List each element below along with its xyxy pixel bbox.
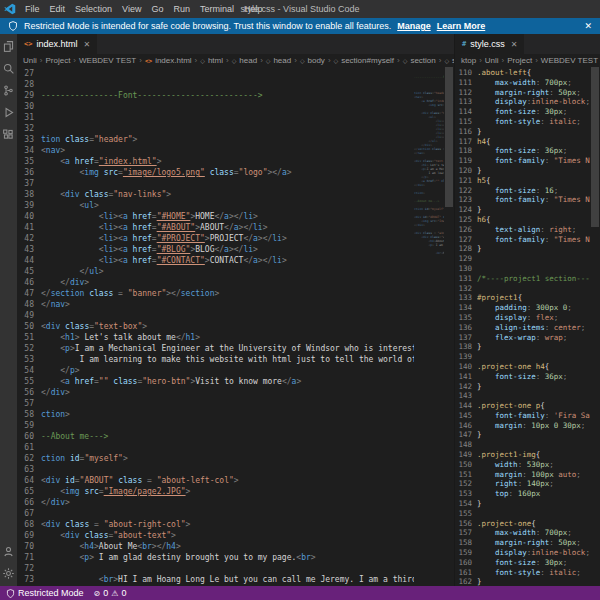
code-line-134[interactable]: 134 padding: 300px 0; <box>455 303 590 313</box>
menu-view[interactable]: View <box>117 4 146 14</box>
code-line-111[interactable]: 111 max-width: 700px; <box>455 78 590 88</box>
code-line-40[interactable]: 40 <li><a href="#HOME">HOME</a></li> <box>17 211 414 222</box>
code-line-153[interactable]: 153 top: 160px <box>455 489 590 499</box>
close-icon[interactable]: ✕ <box>511 40 518 49</box>
code-line-116[interactable]: 116} <box>455 127 590 137</box>
code-line-71[interactable]: 71 <p> I am glad destiny brought you to … <box>17 552 414 563</box>
code-line-144[interactable]: 144.project-one p{ <box>455 401 590 411</box>
code-line-27[interactable]: 27 <box>17 68 414 79</box>
status-problems[interactable]: ⊘ 0 ⚠ 0 <box>94 588 127 598</box>
code-line-126[interactable]: 126 text-align: right; <box>455 225 590 235</box>
code-line-119[interactable]: 119 font-family: "Times New Roman <box>455 156 590 166</box>
code-line-64[interactable]: 64<div id="ABOUT" class = "about-left-co… <box>17 475 414 486</box>
breadcrumb-item[interactable]: Unli <box>485 56 499 65</box>
code-line-141[interactable]: 141 font-size: 36px; <box>455 372 590 382</box>
code-line-39[interactable]: 39 <ul> <box>17 200 414 211</box>
code-line-113[interactable]: 113 display:inline-block; <box>455 97 590 107</box>
account-icon[interactable] <box>2 545 15 558</box>
editor-style-css[interactable]: 110.about-left{111 max-width: 700px;112 … <box>455 67 600 586</box>
code-line-151[interactable]: 151 margin: 100px auto; <box>455 470 590 480</box>
code-line-154[interactable]: 154} <box>455 499 590 509</box>
code-line-131[interactable]: 131/*----project1 section-----*/ <box>455 274 590 284</box>
code-line-114[interactable]: 114 font-size: 30px; <box>455 107 590 117</box>
code-line-157[interactable]: 157 max-width: 700px; <box>455 528 590 538</box>
code-line-28[interactable]: 28 <box>17 79 414 90</box>
code-line-125[interactable]: 125h6{ <box>455 215 590 225</box>
code-line-133[interactable]: 133#project1{ <box>455 293 590 303</box>
code-line-52[interactable]: 52 <p>I am a Mechanical Engineer at the … <box>17 343 414 354</box>
code-line-37[interactable]: 37 <box>17 178 414 189</box>
breadcrumb-item[interactable]: head <box>239 56 257 65</box>
code-line-150[interactable]: 150 width: 530px; <box>455 460 590 470</box>
code-line-142[interactable]: 142} <box>455 382 590 392</box>
code-line-57[interactable]: 57 <box>17 398 414 409</box>
code-line-32[interactable]: 32 <box>17 123 414 134</box>
source-control-icon[interactable] <box>2 84 15 97</box>
menu-go[interactable]: Go <box>146 4 168 14</box>
extensions-icon[interactable] <box>2 128 15 141</box>
code-line-148[interactable]: 148 <box>455 440 590 450</box>
close-icon[interactable]: ✕ <box>83 40 90 49</box>
code-line-47[interactable]: 47</section class = "banner"></section> <box>17 288 414 299</box>
menu-run[interactable]: Run <box>168 4 195 14</box>
code-line-38[interactable]: 38 <div class="nav-links"> <box>17 189 414 200</box>
search-icon[interactable] <box>2 62 15 75</box>
menu-help[interactable]: Help <box>239 4 268 14</box>
code-line-43[interactable]: 43 <li><a href="#BLOG">BLOG</a></li> <box>17 244 414 255</box>
code-line-156[interactable]: 156.project-one{ <box>455 519 590 529</box>
code-line-34[interactable]: 34<nav> <box>17 145 414 156</box>
editor-index-html[interactable]: 272829----------------Font--------------… <box>17 67 454 586</box>
code-line-127[interactable]: 127 font-family: "Times New Roman <box>455 235 590 245</box>
code-line-67[interactable]: 67 <box>17 508 414 519</box>
code-line-63[interactable]: 63 <box>17 464 414 475</box>
code-line-145[interactable]: 145 font-family: 'Fira Sans Conde <box>455 411 590 421</box>
code-line-138[interactable]: 138} <box>455 342 590 352</box>
code-line-29[interactable]: 29----------------Font------------------… <box>17 90 414 101</box>
code-line-44[interactable]: 44 <li><a href="#CONTACT">CONTACT</a></l… <box>17 255 414 266</box>
code-line-128[interactable]: 128} <box>455 244 590 254</box>
code-line-140[interactable]: 140.project-one h4{ <box>455 362 590 372</box>
run-debug-icon[interactable] <box>2 106 15 119</box>
breadcrumb-item[interactable]: Project <box>45 56 70 65</box>
code-line-143[interactable]: 143 <box>455 391 590 401</box>
code-line-162[interactable]: 162} <box>455 577 590 586</box>
menu-terminal[interactable]: Terminal <box>195 4 239 14</box>
menu-selection[interactable]: Selection <box>70 4 117 14</box>
code-area-css[interactable]: 110.about-left{111 max-width: 700px;112 … <box>455 67 590 586</box>
code-line-35[interactable]: 35 <a href="index.html"> <box>17 156 414 167</box>
code-line-48[interactable]: 48</nav> <box>17 299 414 310</box>
breadcrumb-item[interactable]: body <box>308 56 325 65</box>
code-line-135[interactable]: 135 display: flex; <box>455 313 590 323</box>
code-line-68[interactable]: 68<div class = "about-right-col"> <box>17 519 414 530</box>
code-line-31[interactable]: 31 <box>17 112 414 123</box>
code-line-155[interactable]: 155 <box>455 509 590 519</box>
breadcrumb-item[interactable]: index.html <box>155 56 191 65</box>
breadcrumb-item[interactable]: WEBDEV TEST <box>541 56 598 65</box>
code-line-147[interactable]: 147} <box>455 430 590 440</box>
code-line-61[interactable]: 61 <box>17 442 414 453</box>
code-line-136[interactable]: 136 align-items: center; <box>455 323 590 333</box>
code-line-60[interactable]: 60--About me---> <box>17 431 414 442</box>
code-line-152[interactable]: 152 right: 140px; <box>455 479 590 489</box>
code-line-59[interactable]: 59 <box>17 420 414 431</box>
code-line-149[interactable]: 149.project1-img{ <box>455 450 590 460</box>
code-line-123[interactable]: 123 font-family: "Times New Roman <box>455 195 590 205</box>
code-line-161[interactable]: 161 font-style: italic; <box>455 568 590 578</box>
code-line-120[interactable]: 120} <box>455 166 590 176</box>
breadcrumb-item[interactable]: ktop <box>461 56 476 65</box>
code-line-66[interactable]: 66</div> <box>17 497 414 508</box>
code-line-110[interactable]: 110.about-left{ <box>455 68 590 78</box>
banner-manage-link[interactable]: Manage <box>397 21 431 31</box>
code-line-36[interactable]: 36 <img src="image/logo5.png" class="log… <box>17 167 414 178</box>
settings-gear-icon[interactable] <box>2 567 15 580</box>
code-line-30[interactable]: 30 <box>17 101 414 112</box>
code-line-146[interactable]: 146 margin: 10px 0 30px; <box>455 421 590 431</box>
status-restricted-mode[interactable]: Restricted Mode <box>6 588 84 598</box>
breadcrumb-item[interactable]: html <box>208 56 223 65</box>
code-line-46[interactable]: 46 </div> <box>17 277 414 288</box>
breadcrumb-item[interactable]: WEBDEV TEST <box>79 56 136 65</box>
code-line-42[interactable]: 42 <li><a href="#PROJECT">PROJECT</a></l… <box>17 233 414 244</box>
banner-close-icon[interactable]: ✕ <box>584 21 592 31</box>
code-line-139[interactable]: 139 <box>455 352 590 362</box>
code-line-130[interactable]: 130 <box>455 264 590 274</box>
